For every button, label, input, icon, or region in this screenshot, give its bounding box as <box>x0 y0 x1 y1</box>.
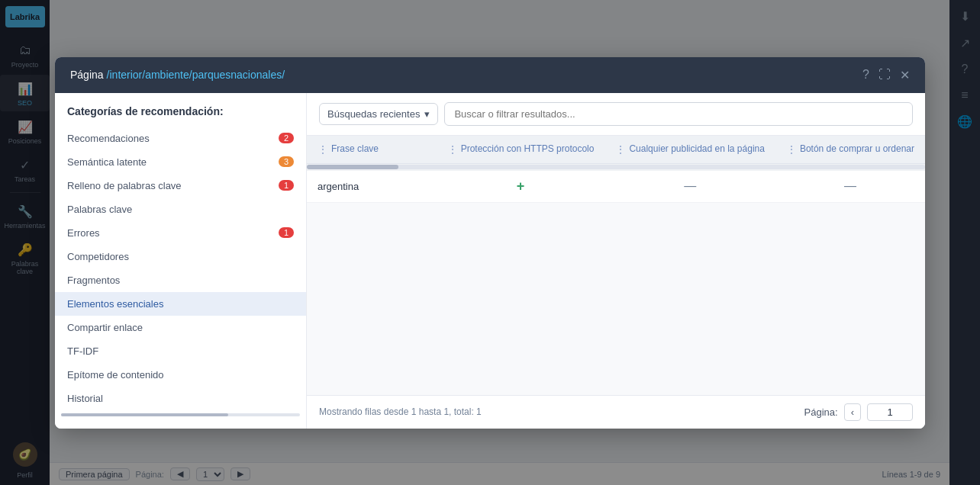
cell-https: + <box>437 170 605 202</box>
col-frase-clave: ⋮ Frase clave <box>307 136 437 164</box>
category-scrollbar[interactable] <box>61 413 300 416</box>
category-item-historial[interactable]: Historial <box>55 387 306 410</box>
category-label: Relleno de palabras clave <box>67 180 182 191</box>
dropdown-label: Búsquedas recientes <box>327 108 420 120</box>
category-label: Epítome de contenido <box>67 369 163 381</box>
modal-maximize-icon[interactable]: ⛶ <box>878 68 891 82</box>
pagination-controls: Página: ‹ <box>804 403 913 421</box>
chevron-down-icon: ▾ <box>424 108 430 120</box>
category-label: Compartir enlace <box>67 322 143 333</box>
col-publicidad: ⋮ Cualquier publicidad en la página <box>604 136 775 164</box>
category-label: Palabras clave <box>67 204 132 215</box>
scrollbar-thumb <box>307 165 398 169</box>
modal-header: Página /interior/ambiente/parquesnaciona… <box>55 57 925 93</box>
col-header-label: Frase clave <box>331 143 379 154</box>
recent-searches-dropdown[interactable]: Búsquedas recientes ▾ <box>319 103 438 125</box>
category-label: Semántica latente <box>67 156 147 168</box>
page-number-input[interactable] <box>867 403 913 421</box>
category-label: Elementos esenciales <box>67 298 163 310</box>
pagination-prev-button[interactable]: ‹ <box>844 403 861 421</box>
horizontal-scrollbar[interactable] <box>307 165 925 169</box>
col-header-label: Botón de comprar u ordenar <box>800 143 914 154</box>
category-label: Errores <box>67 227 100 239</box>
modal-help-icon[interactable]: ? <box>862 68 869 82</box>
boton-value: — <box>844 179 856 192</box>
category-badge: 3 <box>279 156 294 167</box>
category-sidebar: Categorías de recomendación: Recomendaci… <box>55 93 307 429</box>
pagination-label: Página: <box>804 406 838 418</box>
scrollbar-row <box>307 163 925 170</box>
category-item-recomendaciones[interactable]: Recomendaciones 2 <box>55 127 306 150</box>
category-item-semantica[interactable]: Semántica latente 3 <box>55 150 306 174</box>
col-header-label: Protección con HTTPS protocolo <box>461 143 595 154</box>
modal-close-icon[interactable]: ✕ <box>900 68 910 82</box>
title-prefix: Página <box>70 69 104 81</box>
https-value: + <box>517 178 525 194</box>
category-label: Fragmentos <box>67 275 120 286</box>
category-scrollbar-wrap <box>55 413 306 416</box>
modal-title: Página /interior/ambiente/parquesnaciona… <box>70 69 285 81</box>
modal-body: Categorías de recomendación: Recomendaci… <box>55 93 925 429</box>
search-input[interactable] <box>444 102 913 126</box>
category-item-fragmentos[interactable]: Fragmentos <box>55 268 306 292</box>
category-item-relleno[interactable]: Relleno de palabras clave 1 <box>55 174 306 198</box>
category-item-elementos[interactable]: Elementos esenciales <box>55 292 306 316</box>
category-item-tfidf[interactable]: TF-IDF <box>55 339 306 363</box>
modal-overlay: Página /interior/ambiente/parquesnaciona… <box>0 0 980 485</box>
cell-publicidad: — <box>604 170 775 202</box>
category-sidebar-title: Categorías de recomendación: <box>55 105 306 127</box>
modal-header-actions: ? ⛶ ✕ <box>862 68 910 82</box>
category-label: Competidores <box>67 251 129 262</box>
category-item-compartir[interactable]: Compartir enlace <box>55 316 306 339</box>
col-menu-icon[interactable]: ⋮ <box>786 143 797 156</box>
category-item-palabras[interactable]: Palabras clave <box>55 198 306 221</box>
main-panel: Búsquedas recientes ▾ ⋮ <box>307 93 925 429</box>
table-container: ⋮ Frase clave ⋮ Protección con HTTPS pro… <box>307 136 925 395</box>
modal: Página /interior/ambiente/parquesnaciona… <box>55 57 925 429</box>
cell-boton: — <box>775 170 925 202</box>
table-row: argentina + — — <box>307 170 925 202</box>
category-badge: 1 <box>279 227 294 238</box>
col-menu-icon[interactable]: ⋮ <box>318 143 328 156</box>
title-path: /interior/ambiente/parquesnacionales/ <box>107 69 285 81</box>
category-label: Recomendaciones <box>67 133 150 144</box>
table-header-row: ⋮ Frase clave ⋮ Protección con HTTPS pro… <box>307 136 925 164</box>
col-header-label: Cualquier publicidad en la página <box>629 143 764 154</box>
category-item-competidores[interactable]: Competidores <box>55 245 306 268</box>
category-label: Historial <box>67 393 103 404</box>
category-badge: 1 <box>279 180 294 191</box>
category-item-errores[interactable]: Errores 1 <box>55 221 306 245</box>
panel-toolbar: Búsquedas recientes ▾ <box>307 93 925 136</box>
col-proteccion-https: ⋮ Protección con HTTPS protocolo <box>437 136 605 164</box>
category-item-epitome[interactable]: Epítome de contenido <box>55 363 306 387</box>
frase-value: argentina <box>318 181 359 192</box>
col-menu-icon[interactable]: ⋮ <box>447 143 458 156</box>
col-menu-icon[interactable]: ⋮ <box>615 143 626 156</box>
data-table: ⋮ Frase clave ⋮ Protección con HTTPS pro… <box>307 136 925 203</box>
col-boton-comprar: ⋮ Botón de comprar u ordenar <box>775 136 925 164</box>
pagination-bar: Mostrando filas desde 1 hasta 1, total: … <box>307 395 925 429</box>
category-badge: 2 <box>279 133 294 143</box>
pagination-info: Mostrando filas desde 1 hasta 1, total: … <box>319 406 482 417</box>
category-label: TF-IDF <box>67 345 98 357</box>
publicidad-value: — <box>684 179 696 192</box>
cell-frase-clave: argentina <box>307 170 437 202</box>
category-scrollbar-thumb <box>61 413 228 416</box>
